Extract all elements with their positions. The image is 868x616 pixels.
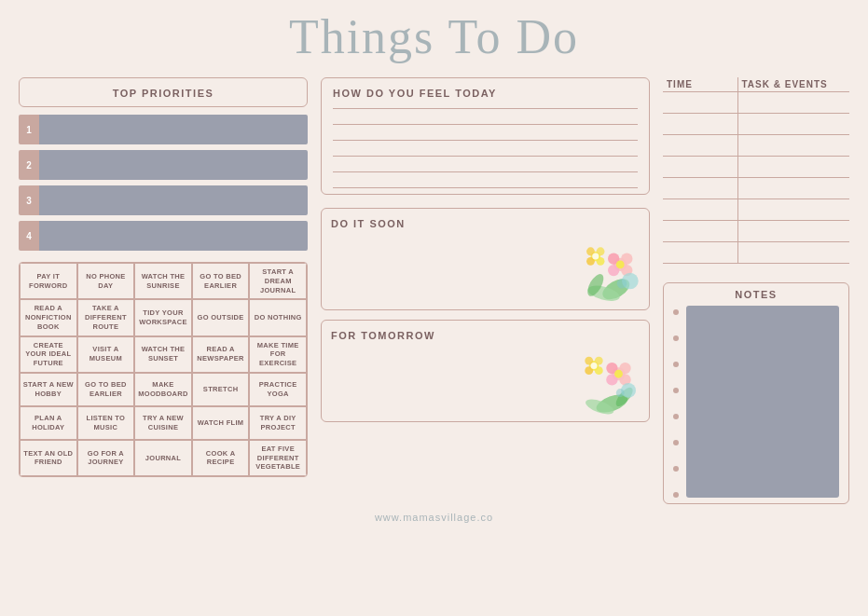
time-cell[interactable] [663,242,737,264]
priority-item-1[interactable]: 1 [19,115,308,144]
time-cell[interactable] [663,114,737,135]
time-cell[interactable] [663,178,737,199]
bingo-cell[interactable]: TRY A DIY PROJECT [249,406,307,440]
task-cell[interactable] [737,157,849,178]
page-title: Things To Do [19,9,849,64]
bingo-cell[interactable]: WATCH THE SUNRISE [134,263,192,299]
do-it-soon-label: DO IT SOON [331,218,406,229]
bingo-cell[interactable]: TAKE A DIFFERENT ROUTE [77,299,135,335]
svg-point-20 [612,367,625,380]
svg-point-17 [594,391,630,417]
svg-point-30 [595,366,603,375]
bingo-cell[interactable]: PAY IT FORWORD [20,263,77,299]
bingo-cell[interactable]: TRY A NEW CUISINE [134,406,192,440]
task-header: TASK & EVENTS [737,77,849,92]
priority-num-4: 4 [19,221,39,251]
priority-item-3[interactable]: 3 [19,185,308,215]
svg-point-15 [622,273,639,290]
bingo-cell[interactable]: GO OUTSIDE [192,299,250,335]
priority-bar-2 [39,150,308,180]
bingo-cell[interactable]: VISIT A MUSEUM [77,336,135,373]
bingo-cell[interactable]: PRACTICE YOGA [249,373,307,406]
svg-point-1 [586,282,622,304]
priority-bar-4 [39,221,308,251]
bingo-cell[interactable]: READ A NEWSPAPER [192,336,250,373]
table-row [663,92,849,114]
bingo-cell[interactable]: TIDY YOUR WORKSPACE [134,299,192,335]
svg-point-22 [619,363,630,374]
svg-point-9 [590,252,600,262]
svg-point-5 [621,253,632,265]
feel-line-3 [333,140,638,141]
bullet-dot [673,309,679,315]
svg-point-27 [585,357,593,365]
bingo-cell[interactable]: PLAN A HOLIDAY [20,406,77,440]
time-cell[interactable] [663,157,737,178]
bingo-cell[interactable]: CREATE YOUR IDEAL FUTURE [20,336,77,373]
svg-point-12 [586,257,595,266]
task-cell[interactable] [737,114,849,135]
svg-point-21 [606,363,617,374]
bingo-cell[interactable]: DO NOTHING [249,299,307,335]
bingo-cell[interactable]: MAKE MOODBOARD [134,373,192,406]
priority-num-1: 1 [19,115,39,144]
top-priorities-header: TOP PRIORITIES [19,77,308,107]
bingo-cell[interactable]: GO TO BED EARLIER [192,263,250,299]
bingo-cell[interactable]: WATCH THE SUNSET [134,336,192,373]
svg-point-11 [597,247,605,255]
bingo-cell[interactable]: MAKE TIME FOR EXERCISE [249,336,307,373]
time-cell[interactable] [663,221,737,242]
bingo-cell[interactable]: STRETCH [192,373,250,406]
notes-label: NOTES [673,289,839,300]
bullet-dot [673,492,679,498]
bingo-cell[interactable]: WATCH FLIM [192,406,250,440]
feel-line-4 [333,156,638,157]
bingo-cell[interactable]: EAT FIVE DIFFERENT VEGETABLE [249,440,307,476]
svg-point-26 [589,361,599,371]
time-header: TIME [663,77,737,92]
bingo-cell[interactable]: START A NEW HOBBY [20,373,77,406]
bingo-cell[interactable]: NO PHONE DAY [77,263,135,299]
time-cell[interactable] [663,92,737,114]
task-cell[interactable] [737,221,849,242]
priority-bar-3 [39,185,308,215]
priority-item-4[interactable]: 4 [19,221,308,251]
feel-today-section: HOW DO YOU FEEL TODAY [321,77,650,195]
task-cell[interactable] [737,92,849,114]
bingo-cell[interactable]: GO FOR A JOURNEY [77,440,135,476]
feel-line-1 [333,108,638,109]
svg-point-3 [613,258,627,271]
svg-point-33 [616,389,625,397]
time-cell[interactable] [663,135,737,157]
bingo-cell[interactable]: TEXT AN OLD FRIEND [20,440,77,476]
flower-decoration-1 [571,236,645,306]
svg-point-16 [617,279,627,289]
svg-point-19 [613,385,636,409]
task-cell[interactable] [737,199,849,221]
table-row [663,135,849,157]
time-cell[interactable] [663,199,737,221]
priority-bar-1 [39,115,308,144]
priority-item-2[interactable]: 2 [19,150,308,180]
bingo-cell[interactable]: READ A NONFICTION BOOK [20,299,77,335]
notes-area[interactable] [686,306,839,498]
flower-decoration-2 [571,348,645,418]
priority-num-3: 3 [19,185,39,215]
feel-line-2 [333,124,638,125]
bingo-cell[interactable]: GO TO BED EARLIER [77,373,135,406]
bingo-cell[interactable]: LISTEN TO MUSIC [77,406,135,440]
svg-point-4 [608,253,619,265]
svg-point-29 [585,366,593,375]
task-cell[interactable] [737,135,849,157]
task-cell[interactable] [737,242,849,264]
svg-point-6 [608,265,619,276]
table-row [663,157,849,178]
bingo-cell[interactable]: JOURNAL [134,440,192,476]
feel-today-label: HOW DO YOU FEEL TODAY [333,88,497,99]
footer: www.mamasvillage.co [19,512,849,523]
svg-point-14 [592,253,599,260]
table-row [663,242,849,264]
bingo-cell[interactable]: START A DREAM JOURNAL [249,263,307,299]
bingo-cell[interactable]: COOK A RECIPE [192,440,250,476]
task-cell[interactable] [737,178,849,199]
